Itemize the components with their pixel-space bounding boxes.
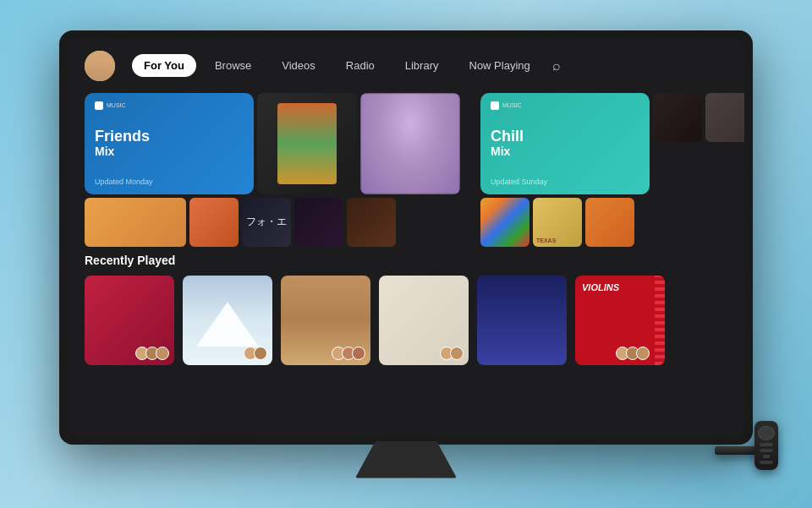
recent-cover-6: VIOLINS (575, 276, 665, 365)
album-reading[interactable] (705, 93, 744, 142)
recent-cover-1 (85, 276, 174, 365)
remote-home-btn[interactable] (760, 449, 773, 452)
nav-browse[interactable]: Browse (203, 54, 263, 77)
avatar[interactable] (85, 51, 115, 81)
recent-cover-5 (477, 276, 567, 365)
friends-mix-title: Friends (95, 128, 244, 145)
chill-mix-card[interactable]: MUSIC Chill Mix Updated Sunday (480, 93, 650, 194)
apple-music-badge: MUSIC (95, 101, 244, 110)
recent-cover-3 (281, 276, 370, 365)
chill-mix-updated: Updated Sunday (491, 178, 639, 186)
album-dark-kanji[interactable]: フォ・エ (242, 198, 291, 247)
right-album-row: TEXAS (480, 198, 744, 247)
tv-stand (355, 441, 457, 478)
remote-menu-btn[interactable] (760, 443, 773, 446)
nav-for-you[interactable]: For You (132, 54, 196, 77)
album-coral[interactable] (189, 198, 239, 247)
album-blur-woman[interactable] (360, 93, 460, 194)
album-dark-portrait[interactable] (653, 93, 702, 142)
apple-tv-box (710, 419, 778, 470)
nav-bar: For You Browse Videos Radio Library (68, 39, 744, 93)
album-sundown[interactable] (585, 198, 634, 247)
recent-cover-4 (379, 276, 469, 365)
album-texas[interactable]: TEXAS (533, 198, 582, 247)
album-dark-band[interactable] (294, 198, 343, 247)
search-icon[interactable]: ⌕ (552, 58, 561, 74)
friends-mix-block: MUSIC Friends Mix Updated Monday (85, 93, 460, 247)
nav-items: For You Browse Videos Radio Library (132, 54, 561, 77)
recent-item-4[interactable] (379, 276, 469, 365)
chill-music-badge: MUSIC (491, 101, 639, 110)
tv-screen: For You Browse Videos Radio Library (68, 39, 744, 436)
nav-now-playing[interactable]: Now Playing (458, 54, 542, 77)
nav-library[interactable]: Library (393, 54, 451, 77)
chill-mix-title: Chill (491, 128, 639, 145)
tv-container: For You Browse Videos Radio Library (59, 30, 753, 478)
album-orange-landscape[interactable] (85, 198, 186, 247)
friends-mix-updated: Updated Monday (95, 178, 244, 186)
recent-item-5[interactable] (477, 276, 567, 365)
remote-vol-btn[interactable] (760, 461, 773, 464)
album-colorful-art[interactable] (480, 198, 529, 247)
friends-mix-card[interactable]: MUSIC Friends Mix Updated Monday (85, 93, 254, 194)
recent-item-6[interactable]: VIOLINS (575, 276, 665, 365)
chill-mix-subtitle: Mix (491, 145, 639, 158)
nav-radio[interactable]: Radio (334, 54, 387, 77)
album-crowd[interactable] (347, 198, 396, 247)
recently-played-label: Recently Played (85, 254, 727, 267)
recent-item-1[interactable] (85, 276, 174, 365)
tv-bezel: For You Browse Videos Radio Library (68, 39, 744, 436)
featured-row: MUSIC Friends Mix Updated Monday (85, 93, 727, 247)
chill-mix-block: MUSIC Chill Mix Updated Sunday (480, 93, 744, 247)
tv-body: For You Browse Videos Radio Library (59, 30, 753, 445)
remote-siri-btn[interactable] (763, 455, 770, 458)
chill-mix-top: MUSIC Chill Mix Updated Sunday (480, 93, 744, 194)
apple-tv-remote (754, 421, 778, 470)
main-content: MUSIC Friends Mix Updated Monday (68, 93, 744, 379)
recently-played-row: VIOLINS (85, 276, 727, 365)
recent-cover-2 (183, 276, 272, 365)
recent-item-3[interactable] (281, 276, 370, 365)
nav-videos[interactable]: Videos (270, 54, 327, 77)
remote-touchpad[interactable] (758, 426, 775, 440)
friends-mix-top: MUSIC Friends Mix Updated Monday (85, 93, 460, 194)
recent-item-2[interactable] (183, 276, 272, 365)
album-person-colorful[interactable] (257, 93, 357, 194)
left-album-row: フォ・エ (85, 198, 460, 247)
friends-mix-subtitle: Mix (95, 145, 244, 158)
